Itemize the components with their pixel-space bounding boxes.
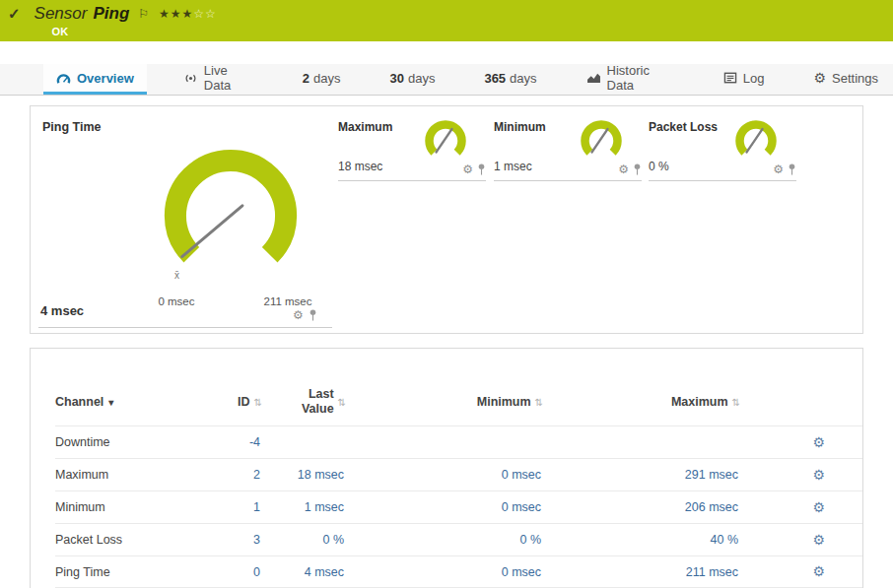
sort-icon: ⇅ — [535, 397, 543, 408]
channel-settings-gear-icon[interactable]: ⚙ — [462, 163, 473, 175]
tab-30-days[interactable]: 30 days — [377, 64, 447, 95]
tab-label: Overview — [77, 71, 134, 86]
tab-bar: Overview Live Data 2 days 30 days 365 da… — [0, 64, 893, 96]
priority-stars[interactable]: ★★★☆☆ — [159, 7, 217, 21]
status-badge: OK — [52, 26, 217, 37]
col-header-id[interactable]: ID ⇅ — [193, 395, 262, 409]
tab-live-data[interactable]: Live Data — [171, 64, 266, 95]
channel-name[interactable]: Packet Loss — [55, 533, 193, 547]
channel-last-value: 0 % — [262, 533, 346, 547]
tab-label: Historic Data — [607, 63, 674, 93]
channel-minimum: 0 msec — [346, 468, 543, 482]
channel-name[interactable]: Maximum — [55, 468, 193, 482]
channel-maximum: 211 msec — [543, 565, 740, 579]
tab-2-days[interactable]: 2 days — [290, 64, 354, 95]
log-list-icon — [723, 72, 737, 84]
maximum-gauge — [421, 116, 470, 165]
pin-icon[interactable] — [477, 163, 486, 175]
gauge-scale-max-label: 211 msec — [253, 295, 322, 307]
gauge-scale-min-label: 0 msec — [147, 295, 206, 307]
channel-id: 3 — [193, 533, 262, 547]
divider — [38, 327, 332, 328]
gauge-panel-title: Ping Time — [42, 120, 102, 134]
mini-gauge-minimum: Minimum 1 msec ⚙ — [494, 120, 642, 181]
channel-minimum: 0 msec — [346, 565, 543, 579]
gauge-mean-marker: x̄ — [174, 270, 179, 281]
channel-id: -4 — [193, 435, 262, 449]
channel-name[interactable]: Minimum — [55, 500, 193, 514]
stars-filled-icon: ★★★ — [159, 7, 193, 21]
col-header-label: ID — [238, 395, 250, 409]
tab-overview[interactable]: Overview — [43, 64, 147, 95]
sensor-header-text: Sensor Ping ⚐ ★★★☆☆ OK — [34, 4, 217, 37]
col-header-channel[interactable]: Channel ▾ — [55, 395, 193, 409]
tab-label: Settings — [832, 71, 878, 86]
col-header-label: Channel — [55, 395, 103, 409]
flag-icon[interactable]: ⚐ — [138, 7, 149, 21]
channel-maximum: 291 msec — [543, 468, 740, 482]
tab-historic-data[interactable]: Historic Data — [574, 64, 687, 95]
live-data-icon — [183, 72, 198, 85]
col-header-label: Maximum — [671, 395, 728, 409]
pin-icon[interactable] — [633, 163, 642, 175]
ok-check-icon: ✓ — [8, 5, 21, 23]
tab-log[interactable]: Log — [711, 64, 778, 95]
col-header-minimum[interactable]: Minimum ⇅ — [346, 395, 543, 409]
tab-label: days — [313, 71, 340, 86]
channel-settings-gear-icon[interactable]: ⚙ — [812, 499, 825, 515]
channel-maximum: 206 msec — [543, 500, 740, 514]
overview-gauge-icon — [56, 72, 71, 85]
pin-icon[interactable] — [788, 163, 796, 175]
gauge-current-value: 4 msec — [40, 303, 84, 318]
table-row-maximum: Maximum 2 18 msec 0 msec 291 msec ⚙ — [55, 458, 862, 490]
gauge-actions: ⚙ — [293, 309, 317, 321]
mini-gauge-maximum: Maximum 18 msec ⚙ — [338, 120, 486, 181]
col-header-last-value[interactable]: Last Value ⇅ — [262, 387, 346, 417]
prtg-sensor-page: ✓ Sensor Ping ⚐ ★★★☆☆ OK Overview — [0, 0, 893, 588]
mini-gauge-value: 0 % — [649, 160, 669, 173]
table-row-ping-time: Ping Time 0 4 msec 0 msec 211 msec ⚙ — [55, 555, 862, 588]
channel-settings-gear-icon[interactable]: ⚙ — [812, 467, 825, 483]
sort-icon: ⇅ — [732, 397, 740, 408]
sensor-type-label: Sensor — [34, 4, 88, 24]
mini-gauge-packet-loss: Packet Loss 0 % ⚙ — [649, 120, 796, 181]
table-header-row: Channel ▾ ID ⇅ Last Value ⇅ Minimum ⇅ Ma… — [55, 378, 862, 425]
channel-name[interactable]: Downtime — [55, 435, 193, 449]
channel-settings-gear-icon[interactable]: ⚙ — [618, 163, 629, 175]
sensor-name: Ping — [93, 4, 129, 24]
minimum-gauge — [577, 116, 626, 165]
channel-settings-gear-icon[interactable]: ⚙ — [812, 563, 825, 579]
tab-label-number: 30 — [389, 71, 403, 86]
packet-loss-gauge — [731, 116, 781, 165]
tab-settings[interactable]: ⚙ Settings — [800, 64, 891, 95]
col-header-label: Minimum — [477, 395, 531, 409]
channel-settings-gear-icon[interactable]: ⚙ — [293, 309, 304, 321]
channel-name[interactable]: Ping Time — [55, 565, 193, 579]
table-row-packet-loss: Packet Loss 3 0 % 0 % 40 % ⚙ — [55, 523, 862, 555]
gear-icon: ⚙ — [813, 71, 826, 85]
channel-table-panel: Channel ▾ ID ⇅ Last Value ⇅ Minimum ⇅ Ma… — [30, 348, 863, 588]
tab-label: Live Data — [204, 63, 253, 93]
sort-icon: ⇅ — [254, 397, 262, 408]
tab-365-days[interactable]: 365 days — [471, 64, 549, 95]
sensor-header: ✓ Sensor Ping ⚐ ★★★☆☆ OK — [0, 0, 893, 41]
channel-settings-gear-icon[interactable]: ⚙ — [812, 434, 825, 450]
channel-minimum: 0 % — [346, 533, 543, 547]
table-row-minimum: Minimum 1 1 msec 0 msec 206 msec ⚙ — [55, 490, 862, 523]
col-header-maximum[interactable]: Maximum ⇅ — [543, 395, 740, 409]
channel-id: 0 — [193, 565, 262, 579]
sort-caret-icon: ▾ — [108, 397, 113, 408]
channel-settings-gear-icon[interactable]: ⚙ — [773, 163, 784, 175]
tab-label-number: 365 — [484, 71, 506, 86]
gauge-actions: ⚙ — [773, 163, 796, 175]
tab-label: days — [510, 71, 536, 86]
tab-label: Log — [743, 71, 765, 86]
historic-data-chart-icon — [586, 72, 601, 84]
pin-icon[interactable] — [309, 309, 317, 321]
channel-maximum: 40 % — [543, 533, 740, 547]
channel-settings-gear-icon[interactable]: ⚙ — [812, 532, 825, 548]
channel-id: 1 — [193, 500, 262, 514]
channel-last-value: 1 msec — [262, 500, 346, 514]
col-header-label: Last Value — [291, 387, 334, 417]
gauge-actions: ⚙ — [462, 163, 486, 175]
